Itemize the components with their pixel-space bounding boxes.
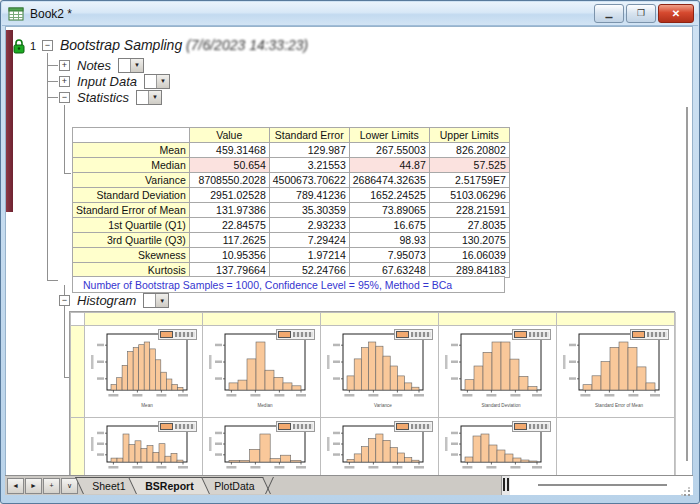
stats-value-cell: 16.675 — [349, 218, 429, 233]
histogram-plot-skewness[interactable]: Skewness — [320, 417, 439, 477]
stats-value-cell: 459.31468 — [189, 143, 269, 158]
stats-value-cell: 3.21553 — [269, 158, 349, 173]
legend-swatch-icon — [160, 423, 173, 430]
stats-row-label: Mean — [73, 143, 190, 158]
svg-text:Mean: Mean — [141, 403, 153, 408]
stats-row-label: Variance — [73, 173, 190, 188]
stats-value-cell: 7.95073 — [349, 248, 429, 263]
tree-line — [47, 65, 58, 66]
stats-value-cell: 1652.24525 — [349, 188, 429, 203]
resize-grip[interactable] — [681, 483, 691, 493]
add-sheet-button[interactable]: + — [43, 478, 60, 494]
stats-value-cell: 2951.02528 — [189, 188, 269, 203]
tab-scroll-left-button[interactable]: ◄ — [7, 478, 24, 494]
tab-splitter-handle[interactable] — [502, 476, 510, 495]
legend-swatch-icon — [514, 331, 527, 338]
legend-swatch-icon — [396, 331, 409, 338]
sheet-tab-bar: ◄ ► + ∨ Sheet1BSReportPlotData — [5, 475, 693, 495]
histogram-label: Histogram — [77, 293, 136, 308]
stats-value-cell: 27.8035 — [429, 218, 509, 233]
histogram-plot-standard-deviation[interactable]: Standard Deviation — [438, 325, 557, 418]
stats-column-header: Upper Limits — [429, 128, 509, 143]
sheet-tab-label: PlotData — [214, 480, 254, 492]
stats-value-cell: 44.87 — [349, 158, 429, 173]
statistics-footnote: Number of Bootstrap Samples = 1000, Conf… — [72, 276, 505, 293]
stats-value-cell: 2686474.32635 — [349, 173, 429, 188]
horizontal-scrollbar[interactable] — [510, 476, 693, 495]
grid-empty-cell — [556, 417, 675, 477]
grid-column-header — [556, 312, 675, 326]
grid-column-header — [84, 312, 203, 326]
stats-value-cell: 2.93233 — [269, 218, 349, 233]
stats-row-label: Standard Error of Mean — [73, 203, 190, 218]
tree-line — [47, 53, 48, 281]
stats-row: Mean459.31468129.987267.55003826.20802 — [73, 143, 510, 158]
book-window: Book2 * ▁ ❐ ✕ 1 − Bootstra — [0, 0, 700, 504]
statistics-options-dropdown[interactable]: ▼ — [136, 90, 162, 105]
hscroll-track — [538, 484, 667, 486]
plot-legend — [512, 329, 551, 340]
stats-value-cell: 117.2625 — [189, 233, 269, 248]
legend-swatch-icon — [278, 423, 291, 430]
worksheet-icon — [8, 7, 24, 21]
stats-value-cell: 16.06039 — [429, 248, 509, 263]
stats-value-cell: 129.987 — [269, 143, 349, 158]
stats-row: 1st Quartile (Q1)22.845752.9323316.67527… — [73, 218, 510, 233]
stats-row: Standard Error of Mean131.9738635.303597… — [73, 203, 510, 218]
notes-options-dropdown[interactable]: ▼ — [118, 58, 144, 73]
stats-value-cell: 4500673.70622 — [269, 173, 349, 188]
legend-text-blur — [529, 332, 549, 337]
titlebar[interactable]: Book2 * ▁ ❐ ✕ — [2, 2, 698, 26]
plot-legend — [276, 329, 315, 340]
input-data-expand-toggle[interactable]: + — [59, 76, 70, 87]
sheet-tab-label: BSReport — [146, 480, 194, 492]
sheet-tab-label: Sheet1 — [92, 480, 125, 492]
grid-row-header — [70, 417, 85, 477]
close-button[interactable]: ✕ — [658, 4, 694, 23]
stats-row: 3rd Quartile (Q3)117.26257.2942498.93130… — [73, 233, 510, 248]
minimize-button[interactable]: ▁ — [594, 4, 624, 23]
sheet-tab-bsreport[interactable]: BSReport — [128, 477, 210, 494]
report-index: 1 — [30, 40, 36, 52]
statistics-collapse-toggle[interactable]: − — [59, 92, 70, 103]
plot-legend — [276, 421, 315, 432]
stats-value-cell: 1.97214 — [269, 248, 349, 263]
legend-text-blur — [529, 424, 549, 429]
grid-column-header — [202, 312, 321, 326]
chevron-down-icon: ▼ — [155, 294, 168, 307]
stats-row-label: 3rd Quartile (Q3) — [73, 233, 190, 248]
root-collapse-toggle[interactable]: − — [42, 40, 53, 51]
stats-row-label: Skewness — [73, 248, 190, 263]
input-data-options-dropdown[interactable]: ▼ — [144, 74, 170, 89]
histogram-plot-kurtosis[interactable]: Kurtosis — [438, 417, 557, 477]
histogram-options-dropdown[interactable]: ▼ — [143, 293, 169, 308]
stats-value-cell: 8708550.2028 — [189, 173, 269, 188]
stats-value-cell: 131.97386 — [189, 203, 269, 218]
histogram-plot-variance[interactable]: Variance — [320, 325, 439, 418]
legend-swatch-icon — [278, 331, 291, 338]
svg-text:Standard Deviation: Standard Deviation — [481, 403, 521, 408]
chevron-down-icon: ▼ — [156, 75, 169, 88]
tab-scroll-right-button[interactable]: ► — [25, 478, 42, 494]
histogram-plot-median[interactable]: Median — [202, 325, 321, 418]
section-statistics: − Statistics ▼ — [59, 90, 162, 104]
histogram-plot-1st-quartile-q1-[interactable]: 1st Quartile (Q1) — [84, 417, 203, 477]
stats-value-cell: 73.89065 — [349, 203, 429, 218]
stats-row: Skewness10.953561.972147.9507316.06039 — [73, 248, 510, 263]
window-title: Book2 * — [30, 7, 72, 21]
tree-line — [47, 97, 58, 98]
stats-value-cell: 228.21591 — [429, 203, 509, 218]
section-input-data: + Input Data ▼ — [59, 74, 170, 88]
histogram-plot-standard-error-of-mean[interactable]: Standard Error of Mean — [556, 325, 675, 418]
plot-legend — [512, 421, 551, 432]
legend-text-blur — [647, 332, 667, 337]
histogram-plot-mean[interactable]: Mean — [84, 325, 203, 418]
histogram-plot-3rd-quartile-q3-[interactable]: 3rd Quartile (Q3) — [202, 417, 321, 477]
vertical-scrollbar[interactable] — [686, 107, 688, 461]
histogram-collapse-toggle[interactable]: − — [59, 295, 70, 306]
notes-expand-toggle[interactable]: + — [59, 60, 70, 71]
stats-value-cell: 5103.06296 — [429, 188, 509, 203]
restore-button[interactable]: ❐ — [626, 4, 656, 23]
plot-legend — [158, 421, 197, 432]
svg-text:Standard Error of Mean: Standard Error of Mean — [594, 403, 642, 408]
